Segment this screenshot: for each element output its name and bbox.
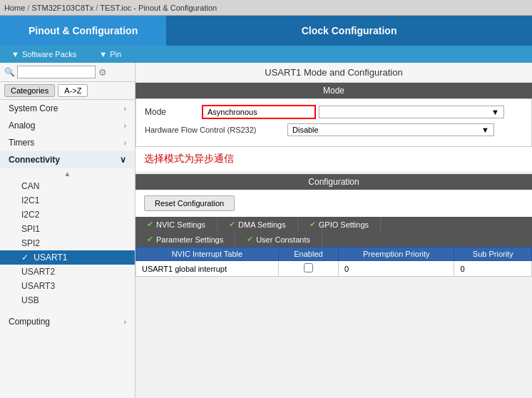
nvic-col-name: NVIC Interrupt Table bbox=[136, 248, 279, 261]
table-row: USART1 global interrupt 0 0 bbox=[136, 261, 532, 277]
tab-user-constants[interactable]: ✔ User Constants bbox=[235, 232, 322, 247]
sidebar-sub-i2c1[interactable]: I2C1 bbox=[0, 193, 135, 208]
nav-home[interactable]: Home bbox=[4, 4, 25, 12]
config-tabs-row2: ✔ Parameter Settings ✔ User Constants bbox=[135, 232, 532, 247]
nvic-sub-value: 0 bbox=[454, 261, 532, 277]
sub-tab-pin[interactable]: ▼ Pin bbox=[88, 46, 133, 63]
config-tabs-row1: ✔ NVIC Settings ✔ DMA Settings ✔ GPIO Se… bbox=[135, 217, 532, 232]
tab-nvic-settings[interactable]: ✔ NVIC Settings bbox=[135, 217, 218, 232]
chinese-annotation: 选择模式为异步通信 bbox=[135, 147, 532, 171]
nvic-preemption-value: 0 bbox=[339, 261, 454, 277]
nvic-col-preemption: Preemption Priority bbox=[339, 248, 454, 261]
tab-parameter-settings[interactable]: ✔ Parameter Settings bbox=[135, 232, 235, 247]
nav-device[interactable]: STM32F103C8Tx bbox=[31, 4, 93, 12]
nvic-enabled-checkbox[interactable] bbox=[278, 261, 338, 277]
reset-configuration-button[interactable]: Reset Configuration bbox=[144, 195, 235, 211]
search-bar: 🔍 ⚙ bbox=[0, 63, 135, 82]
mode-select-extra[interactable]: ▼ bbox=[319, 106, 504, 118]
check-icon-gpio: ✔ bbox=[310, 220, 316, 229]
mode-content: Mode Asynchronous ▼ Hardware Flow Contro… bbox=[135, 98, 532, 147]
main-content: 🔍 ⚙ Categories A->Z System Core › Analog… bbox=[0, 63, 532, 398]
sidebar-sub-usart1[interactable]: ✓ USART1 bbox=[0, 250, 135, 265]
sidebar-item-computing[interactable]: Computing › bbox=[0, 313, 135, 330]
chevron-right-icon-3: › bbox=[124, 139, 126, 147]
tab-clock[interactable]: Clock Configuration bbox=[166, 16, 532, 46]
sidebar-item-analog[interactable]: Analog › bbox=[0, 117, 135, 134]
chevron-down-icon: ∨ bbox=[120, 155, 126, 165]
chevron-right-icon: › bbox=[124, 105, 126, 113]
arrow-icon: ▼ bbox=[11, 50, 19, 58]
cat-tab-categories[interactable]: Categories bbox=[4, 84, 55, 97]
nvic-enabled-input[interactable] bbox=[304, 263, 313, 272]
sidebar-sub-usart3[interactable]: USART3 bbox=[0, 279, 135, 293]
dropdown-arrow-icon-2: ▼ bbox=[481, 126, 489, 134]
check-icon-user: ✔ bbox=[247, 235, 253, 244]
sidebar-item-timers[interactable]: Timers › bbox=[0, 134, 135, 151]
check-icon-dma: ✔ bbox=[229, 220, 235, 229]
nav-sep1: / bbox=[27, 4, 29, 12]
chevron-right-icon-2: › bbox=[124, 122, 126, 130]
hw-select[interactable]: Disable ▼ bbox=[287, 123, 494, 136]
sidebar-sub-spi1[interactable]: SPI1 bbox=[0, 222, 135, 236]
tab-bar: Pinout & Configuration Clock Configurati… bbox=[0, 16, 532, 46]
sidebar-item-system-core[interactable]: System Core › bbox=[0, 100, 135, 117]
gear-icon[interactable]: ⚙ bbox=[98, 67, 107, 78]
search-input[interactable] bbox=[17, 66, 96, 78]
top-nav: Home / STM32F103C8Tx / TEST.ioc - Pinout… bbox=[0, 0, 532, 16]
hw-flow-row: Hardware Flow Control (RS232) Disable ▼ bbox=[145, 123, 523, 136]
sidebar-sub-i2c2[interactable]: I2C2 bbox=[0, 208, 135, 222]
sidebar-section-connectivity[interactable]: Connectivity ∨ bbox=[0, 151, 135, 168]
content-panel: USART1 Mode and Configuration Mode Mode … bbox=[135, 63, 532, 398]
panel-title: USART1 Mode and Configuration bbox=[135, 63, 532, 83]
mode-select-highlighted[interactable]: Asynchronous bbox=[202, 105, 316, 119]
config-section-header: Configuration bbox=[135, 174, 532, 190]
nvic-col-enabled: Enabled bbox=[278, 248, 338, 261]
sub-tab-bar: ▼ Software Packs ▼ Pin bbox=[0, 46, 532, 63]
mode-section-header: Mode bbox=[135, 83, 532, 98]
check-icon-param: ✔ bbox=[147, 235, 153, 244]
tab-gpio-settings[interactable]: ✔ GPIO Settings bbox=[298, 217, 381, 232]
sidebar-sub-usb[interactable]: USB bbox=[0, 293, 135, 307]
dropdown-arrow-icon: ▼ bbox=[491, 108, 499, 116]
reset-btn-area: Reset Configuration bbox=[135, 190, 532, 217]
tab-dma-settings[interactable]: ✔ DMA Settings bbox=[218, 217, 298, 232]
sidebar-sub-can[interactable]: CAN bbox=[0, 179, 135, 193]
chevron-right-icon-4: › bbox=[124, 318, 126, 326]
sub-tab-software-packs[interactable]: ▼ Software Packs bbox=[0, 46, 88, 63]
nav-sep2: / bbox=[96, 4, 98, 12]
sidebar-sub-spi2[interactable]: SPI2 bbox=[0, 236, 135, 250]
nvic-interrupt-name: USART1 global interrupt bbox=[136, 261, 279, 277]
sidebar: 🔍 ⚙ Categories A->Z System Core › Analog… bbox=[0, 63, 135, 398]
check-icon-nvic: ✔ bbox=[147, 220, 153, 229]
arrow-icon-2: ▼ bbox=[99, 50, 107, 58]
category-tabs: Categories A->Z bbox=[0, 82, 135, 100]
mode-label: Mode bbox=[145, 107, 202, 117]
tab-pinout[interactable]: Pinout & Configuration bbox=[0, 16, 166, 46]
nav-file: TEST.ioc - Pinout & Configuration bbox=[100, 4, 217, 12]
search-icon: 🔍 bbox=[4, 67, 15, 77]
collapse-indicator: ▲ bbox=[0, 168, 135, 179]
sidebar-sub-usart2[interactable]: USART2 bbox=[0, 265, 135, 279]
check-icon: ✓ bbox=[21, 252, 29, 262]
nvic-table: NVIC Interrupt Table Enabled Preemption … bbox=[135, 247, 532, 277]
cat-tab-atoz[interactable]: A->Z bbox=[58, 84, 88, 97]
hw-label: Hardware Flow Control (RS232) bbox=[145, 126, 287, 134]
nvic-col-sub: Sub Priority bbox=[454, 248, 532, 261]
mode-row: Mode Asynchronous ▼ bbox=[145, 105, 523, 119]
